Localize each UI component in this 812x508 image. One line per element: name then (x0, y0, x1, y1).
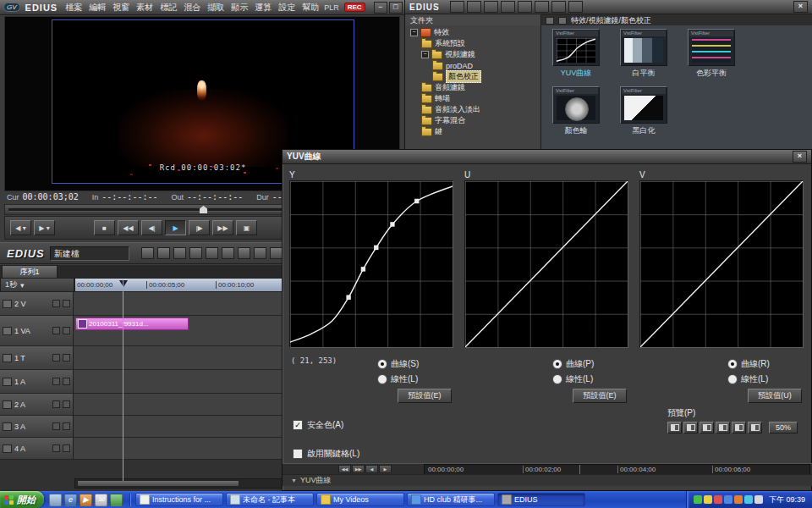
tree-item[interactable]: 轉場 (405, 93, 540, 104)
settings-icon[interactable] (535, 1, 549, 13)
sequence-tab[interactable]: 序列1 (2, 265, 58, 278)
menu-item[interactable]: 擷取 (207, 2, 224, 14)
transport-jog-left-button[interactable]: ◀ ▾ (10, 220, 31, 235)
taskbar-task-edius[interactable]: EDIUS (497, 493, 585, 506)
mode-radio-option[interactable]: 曲線(S) (377, 358, 419, 370)
transport-fast-forward-button[interactable]: ▶▶ (212, 220, 233, 235)
tree-item[interactable]: 字幕混合 (405, 115, 540, 126)
track-header[interactable]: 2 A (0, 394, 74, 415)
hscrollbar-thumb[interactable] (77, 480, 239, 487)
project-name-field[interactable]: 新建檔 (50, 246, 129, 261)
track-header[interactable]: 2 V (0, 292, 74, 315)
track-header[interactable]: 4 A (0, 438, 74, 459)
media-player-icon[interactable]: ▶ (80, 494, 92, 506)
screen-d-button[interactable] (732, 422, 746, 433)
mode-radio-option[interactable]: 線性(L) (552, 373, 594, 385)
menu-item[interactable]: 混合 (184, 2, 200, 14)
track-mute-icon[interactable] (52, 422, 60, 430)
timeline-playhead[interactable] (123, 279, 123, 481)
show-desktop-icon[interactable] (49, 494, 62, 506)
keyframe-parameter-row[interactable]: ▼ YUV曲線 (283, 474, 812, 486)
menu-item[interactable]: 運算 (255, 2, 272, 14)
menu-item[interactable]: 設定 (278, 2, 295, 14)
timeline-clip[interactable]: 20100311_f9931d... (75, 318, 189, 330)
track-lock-icon[interactable] (63, 422, 70, 430)
new-button[interactable] (141, 247, 154, 259)
curve-editor[interactable] (639, 180, 804, 348)
menu-item[interactable]: 顯示 (231, 2, 248, 14)
tree-item[interactable]: −特效 (405, 27, 540, 38)
transport-prev-frame-button[interactable]: ◀| (141, 220, 162, 235)
tray-icon[interactable] (724, 495, 732, 504)
screen-c-button[interactable] (716, 422, 730, 433)
tree-item[interactable]: 鍵 (405, 126, 540, 137)
text-tool-icon[interactable] (484, 1, 498, 13)
effect-item[interactable]: VstFilter色彩平衡 (683, 29, 739, 79)
default-values-button[interactable]: 預設值(U) (748, 389, 802, 403)
track-lock-icon[interactable] (63, 400, 70, 408)
menu-item[interactable]: 視窗 (112, 2, 129, 14)
keyframe-nav-button[interactable]: ▶▶ (352, 465, 365, 473)
track-mute-icon[interactable] (52, 327, 60, 334)
transport-play-button[interactable]: ▶ (165, 220, 186, 235)
effect-item[interactable]: VstFilter白平衡 (616, 29, 672, 79)
undock-icon[interactable] (450, 1, 464, 13)
taskbar-task-folder[interactable]: My Videos (316, 493, 404, 506)
tree-item[interactable]: −視頻濾鏡 (405, 49, 540, 60)
track-mute-icon[interactable] (52, 354, 60, 362)
transport-jog-right-button[interactable]: ▶ ▾ (34, 220, 55, 235)
effect-item[interactable]: VstFilterYUV曲線 (548, 29, 604, 79)
ruler-playhead-marker[interactable] (119, 280, 128, 291)
view-mode-icon[interactable] (558, 17, 567, 25)
dialog-close-button[interactable]: × (793, 151, 807, 163)
messenger-icon[interactable] (110, 494, 123, 506)
track-lock-icon[interactable] (63, 300, 70, 307)
screen-b-button[interactable] (700, 422, 714, 433)
palette-close-button[interactable]: × (793, 1, 808, 13)
add-clip-button[interactable] (270, 247, 283, 259)
effect-item[interactable]: VstFilter黑白化 (616, 86, 672, 136)
taskbar-task-browser[interactable]: HD club 精研事... (407, 493, 495, 506)
track-lock-icon[interactable] (63, 354, 70, 362)
mail-icon[interactable]: ✉ (95, 494, 107, 506)
cut-button[interactable] (222, 247, 234, 259)
preview-zoom-button[interactable]: 50% (769, 422, 798, 433)
undo-button[interactable] (189, 247, 202, 259)
curve-editor[interactable] (464, 180, 628, 348)
curve-editor[interactable] (289, 180, 453, 348)
track-mute-icon[interactable] (52, 400, 60, 408)
taskbar-task-document[interactable]: Instructions for ... (135, 493, 223, 506)
transport-rewind-button[interactable]: ◀◀ (118, 220, 139, 235)
track-lock-icon[interactable] (63, 444, 70, 452)
mode-radio-option[interactable]: 線性(L) (727, 373, 770, 385)
menu-item[interactable]: 標記 (160, 2, 177, 14)
folder-panel-tab[interactable]: 文件夾 (405, 14, 541, 26)
mode-radio-option[interactable]: 曲線(P) (552, 358, 594, 370)
keyframe-nav-button[interactable]: ◀ (365, 465, 378, 473)
default-values-button[interactable]: 預設值(E) (573, 389, 627, 403)
menu-item[interactable]: 檔案 (65, 2, 82, 14)
cascade-icon[interactable] (501, 1, 515, 13)
track-header[interactable]: 3 A (0, 416, 74, 437)
effect-item[interactable]: VstFilter顏色輪 (548, 86, 604, 136)
copy-button[interactable] (238, 247, 250, 259)
mode-radio-option[interactable]: 曲線(R) (727, 358, 770, 370)
internet-explorer-icon[interactable]: e (64, 494, 77, 506)
paste-button[interactable] (254, 247, 266, 259)
menu-item[interactable]: 素材 (136, 2, 153, 14)
menu-item[interactable]: 幫助 (302, 2, 319, 14)
folder-up-icon[interactable] (546, 17, 554, 25)
mode-radio-option[interactable]: 線性(L) (377, 373, 419, 385)
default-values-button[interactable]: 預設值(E) (398, 389, 452, 403)
tree-expander-icon[interactable]: − (410, 29, 418, 36)
taskbar-task-notepad[interactable]: 未命名 - 記事本 (226, 493, 314, 506)
track-lock-icon[interactable] (63, 327, 70, 334)
start-button[interactable]: 開始 (0, 491, 44, 508)
tray-icon[interactable] (714, 495, 722, 504)
move-up-icon[interactable] (467, 1, 481, 13)
minimize-button[interactable]: − (374, 2, 387, 14)
screen-e-button[interactable] (748, 422, 762, 433)
view-grid-icon[interactable] (551, 1, 566, 13)
pen-button[interactable] (667, 422, 682, 433)
tree-item[interactable]: 顏色校正 (405, 71, 540, 82)
